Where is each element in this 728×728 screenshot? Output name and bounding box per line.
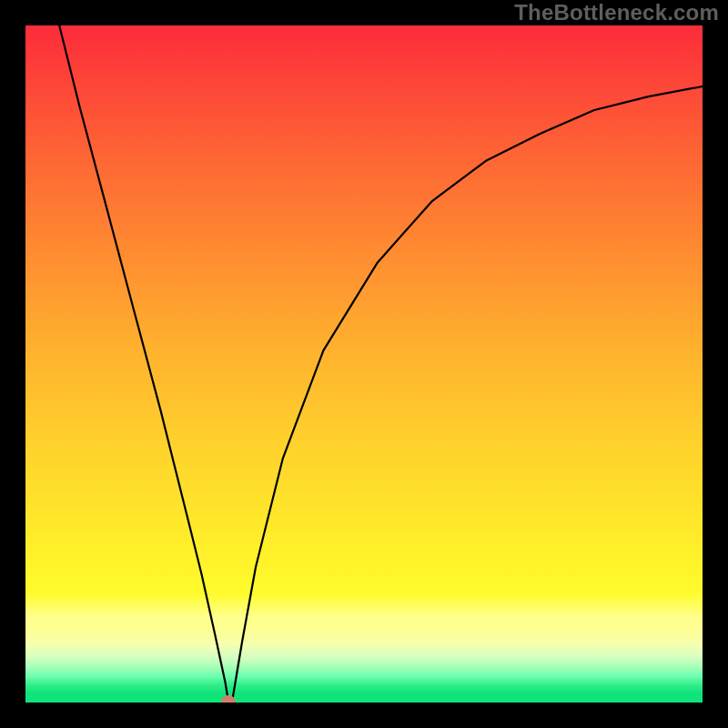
watermark-text: TheBottleneck.com (514, 0, 719, 25)
plot-area (25, 25, 703, 703)
chart-frame: TheBottleneck.com (0, 0, 728, 728)
bottleneck-curve (25, 25, 703, 703)
